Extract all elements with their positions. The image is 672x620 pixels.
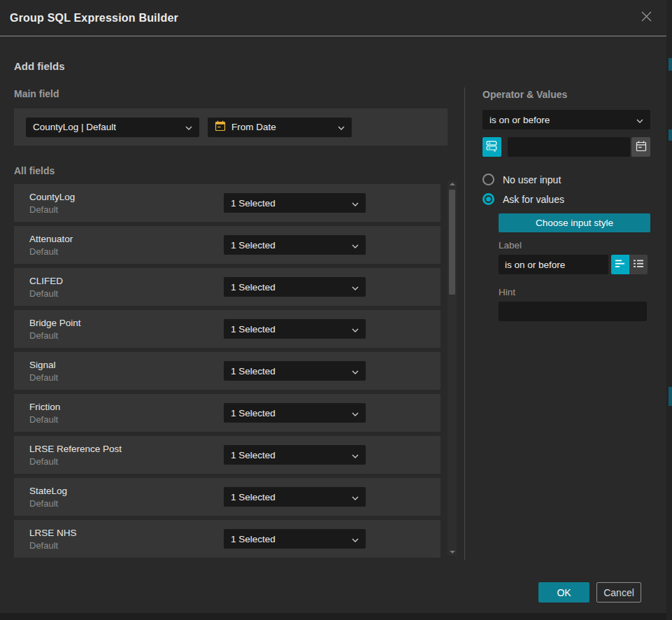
chevron-down-icon: [352, 198, 359, 209]
add-fields-heading: Add fields: [14, 60, 65, 72]
main-field-select-value: From Date: [231, 122, 276, 132]
main-field-label: Main field: [14, 88, 448, 99]
field-row: FrictionDefault 1 Selected: [14, 394, 441, 432]
align-left-icon: [615, 259, 626, 271]
chevron-down-icon: [636, 115, 643, 125]
choose-input-style-button[interactable]: Choose input style: [499, 213, 650, 232]
field-row: Bridge PointDefault 1 Selected: [14, 310, 441, 348]
label-label: Label: [499, 240, 650, 251]
no-user-input-label: No user input: [503, 174, 561, 185]
calendar-picker-button[interactable]: [631, 137, 650, 157]
close-icon: [641, 10, 652, 25]
field-selected-dropdown[interactable]: 1 Selected: [224, 403, 366, 423]
chevron-down-icon: [352, 282, 359, 293]
field-selected-value: 1 Selected: [231, 198, 276, 209]
field-sublabel: Default: [29, 540, 77, 551]
value-date-input[interactable]: [508, 137, 630, 157]
page-edge-fragment: [669, 129, 672, 141]
chevron-down-icon: [352, 492, 359, 502]
field-sublabel: Default: [29, 204, 75, 215]
left-column: Main field CountyLog | Default: [14, 88, 448, 562]
group-sql-expression-builder-dialog: Group SQL Expression Builder Add fields …: [0, 0, 666, 613]
field-selected-value: 1 Selected: [231, 450, 276, 460]
field-name: CLIFED: [29, 276, 63, 286]
calendar-icon: [215, 120, 226, 134]
input-type-rows-icon: [486, 140, 498, 154]
operator-values-panel: Operator & Values is on or before: [482, 89, 650, 321]
field-selected-dropdown[interactable]: 1 Selected: [224, 319, 366, 339]
no-user-input-option[interactable]: No user input: [482, 174, 650, 185]
field-selected-dropdown[interactable]: 1 Selected: [224, 277, 366, 297]
field-row: AttenuatorDefault 1 Selected: [14, 226, 441, 264]
field-selected-dropdown[interactable]: 1 Selected: [224, 361, 366, 381]
chevron-down-icon: [352, 366, 359, 376]
radio-selected-icon[interactable]: [482, 193, 494, 205]
operator-select[interactable]: is on or before: [482, 110, 650, 129]
cancel-button[interactable]: Cancel: [596, 582, 641, 603]
scroll-down-arrow-icon[interactable]: [450, 551, 455, 554]
radio-unselected-icon[interactable]: [482, 174, 494, 185]
page-edge-strip: [666, 0, 672, 620]
field-name: CountyLog: [29, 192, 75, 202]
input-type-button[interactable]: [482, 137, 501, 157]
field-selected-dropdown[interactable]: 1 Selected: [224, 235, 366, 255]
main-field-panel: CountyLog | Default: [14, 108, 448, 146]
field-sublabel: Default: [29, 246, 73, 257]
ok-button[interactable]: OK: [538, 582, 589, 603]
field-selected-dropdown[interactable]: 1 Selected: [224, 193, 366, 213]
field-selected-value: 1 Selected: [231, 366, 276, 376]
field-name: LRSE Reference Post: [29, 444, 122, 454]
ask-for-values-option[interactable]: Ask for values: [482, 193, 650, 205]
field-sublabel: Default: [29, 330, 81, 341]
page-edge-fragment: [669, 58, 672, 71]
field-selected-dropdown[interactable]: 1 Selected: [224, 487, 366, 507]
field-selected-value: 1 Selected: [231, 408, 276, 418]
bullet-list-icon: [633, 259, 644, 271]
field-selected-value: 1 Selected: [231, 240, 276, 251]
vertical-divider: [464, 87, 465, 560]
field-row: CLIFEDDefault 1 Selected: [14, 268, 441, 306]
field-selected-dropdown[interactable]: 1 Selected: [224, 445, 366, 465]
field-row: SignalDefault 1 Selected: [14, 352, 441, 390]
ask-for-values-settings: Choose input style Label: [499, 205, 650, 321]
main-field-select[interactable]: From Date: [208, 118, 352, 137]
chevron-down-icon: [338, 122, 345, 132]
field-row: CountyLogDefault 1 Selected: [14, 184, 441, 222]
field-selected-dropdown[interactable]: 1 Selected: [224, 529, 366, 549]
field-sublabel: Default: [29, 288, 63, 299]
field-selected-value: 1 Selected: [231, 282, 276, 293]
page-bottom-strip: [0, 613, 666, 620]
scroll-up-arrow-icon[interactable]: [450, 183, 455, 185]
field-name: Signal: [29, 360, 58, 370]
list-style-button[interactable]: [629, 255, 648, 274]
hint-label: Hint: [499, 287, 650, 297]
ask-for-values-label: Ask for values: [503, 194, 564, 205]
all-fields-list: CountyLogDefault 1 Selected AttenuatorDe…: [14, 184, 441, 558]
field-row: LRSE Reference PostDefault 1 Selected: [14, 436, 441, 474]
field-row: LRSE NHSDefault 1 Selected: [14, 520, 441, 558]
hint-input[interactable]: [499, 302, 647, 321]
chevron-down-icon: [352, 450, 359, 460]
field-row: StateLogDefault 1 Selected: [14, 478, 441, 516]
chevron-down-icon: [352, 408, 359, 418]
field-name: StateLog: [29, 486, 67, 496]
single-value-style-button[interactable]: [611, 255, 629, 274]
label-input[interactable]: [499, 255, 608, 274]
operator-values-heading: Operator & Values: [482, 89, 650, 100]
close-button[interactable]: [638, 10, 654, 26]
scrollbar-thumb[interactable]: [449, 190, 455, 295]
field-sublabel: Default: [29, 414, 60, 425]
field-selected-value: 1 Selected: [231, 534, 276, 544]
field-sublabel: Default: [29, 456, 122, 467]
fields-list-scrollbar[interactable]: [448, 181, 457, 556]
chevron-down-icon: [352, 324, 359, 334]
operator-select-value: is on or before: [489, 115, 550, 125]
all-fields-label: All fields: [14, 165, 448, 176]
field-name: LRSE NHS: [29, 528, 77, 538]
field-name: Bridge Point: [29, 318, 81, 328]
chevron-down-icon: [352, 240, 359, 251]
layer-select[interactable]: CountyLog | Default: [26, 118, 199, 137]
value-input-row: [482, 137, 650, 157]
field-selected-value: 1 Selected: [231, 324, 276, 334]
chevron-down-icon: [352, 534, 359, 544]
